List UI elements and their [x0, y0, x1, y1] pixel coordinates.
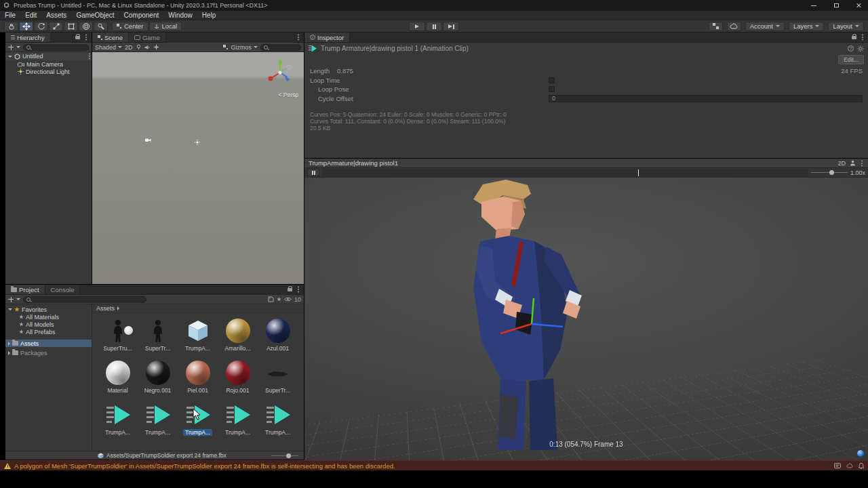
menu-gameobject[interactable]: GameObject	[71, 11, 119, 20]
loop-time-checkbox[interactable]	[549, 77, 555, 83]
gizmos-dropdown[interactable]: Gizmos	[231, 44, 258, 51]
loop-pose-checkbox[interactable]	[549, 86, 555, 92]
pivot-center-button[interactable]: Center	[112, 22, 149, 31]
favorites-root[interactable]: Favorites	[5, 306, 92, 313]
lock-icon[interactable]	[75, 36, 80, 39]
rotate-tool-button[interactable]	[34, 22, 48, 31]
asset-item[interactable]: TrumpA...	[259, 401, 296, 443]
account-dropdown[interactable]: Account	[745, 22, 785, 31]
rect-tool-button[interactable]	[64, 22, 78, 31]
menu-assets[interactable]: Assets	[41, 11, 71, 20]
asset-item[interactable]: TrumpA...	[179, 317, 216, 359]
gear-icon[interactable]	[857, 45, 864, 52]
tree-assets-folder[interactable]: Assets	[5, 340, 92, 347]
hierarchy-item-directional-light[interactable]: Directional Light	[5, 68, 92, 75]
menu-file[interactable]: File	[0, 11, 20, 20]
asset-item[interactable]: SuperTr...	[259, 359, 296, 401]
audio-toggle-icon[interactable]	[144, 45, 151, 50]
asset-item[interactable]: Negro.001	[139, 359, 176, 401]
scene-root-row[interactable]: Untitled	[5, 52, 92, 60]
tab-console[interactable]: Console	[45, 285, 81, 294]
asset-item[interactable]: Rojo.001	[219, 359, 256, 401]
play-button[interactable]	[409, 22, 425, 31]
avatar-selector-icon[interactable]	[857, 450, 864, 457]
preview-viewport[interactable]: 0:13 (054.7%) Frame 13	[304, 178, 868, 460]
saved-search-star-icon[interactable]	[277, 297, 281, 302]
project-lock-icon[interactable]	[288, 288, 292, 291]
shaded-dropdown[interactable]: Shaded	[95, 44, 122, 51]
search-by-type-icon[interactable]	[268, 296, 274, 302]
scene-2d-toggle[interactable]: 2D	[125, 44, 133, 51]
scene-light-marker[interactable]	[195, 140, 200, 145]
asset-item[interactable]: SuperTru...	[99, 317, 136, 359]
favorite-all-materials[interactable]: All Materials	[5, 313, 92, 321]
create-asset-button[interactable]	[8, 297, 14, 302]
hierarchy-search-input[interactable]	[23, 44, 89, 51]
scene-search-input[interactable]	[260, 44, 301, 51]
zoom-knob[interactable]	[286, 453, 291, 458]
scene-camera-marker[interactable]	[145, 138, 151, 142]
create-asset-caret-icon[interactable]	[16, 298, 20, 300]
asset-item[interactable]: SuperTr...	[139, 317, 176, 359]
project-menu-icon[interactable]	[298, 289, 299, 290]
playhead[interactable]	[638, 169, 639, 176]
hierarchy-item-main-camera[interactable]: Main Camera	[5, 60, 92, 68]
create-object-button[interactable]	[8, 45, 14, 50]
cloud-services-button[interactable]	[727, 22, 741, 31]
hand-tool-button[interactable]	[4, 22, 18, 31]
assets-caret-icon[interactable]	[8, 342, 10, 346]
effects-toggle-icon[interactable]	[153, 44, 159, 50]
menu-component[interactable]: Component	[119, 11, 164, 20]
favorite-all-prefabs[interactable]: All Prefabs	[5, 328, 92, 336]
project-search-input[interactable]	[23, 296, 146, 303]
thumbnail-zoom-slider[interactable]	[271, 452, 298, 459]
console-icon[interactable]	[834, 463, 841, 468]
create-caret-icon[interactable]	[16, 46, 20, 48]
tab-scene[interactable]: Scene	[92, 33, 129, 42]
transform-tool-button[interactable]	[79, 22, 93, 31]
edit-clip-button[interactable]: Edit...	[838, 55, 864, 64]
expand-caret-icon[interactable]	[8, 56, 12, 58]
status-bar[interactable]: A polygon of Mesh 'SuperTrumpSoldier' in…	[0, 460, 868, 470]
hidden-packages-eye-icon[interactable]	[284, 297, 292, 302]
asset-item[interactable]: TrumpA...	[219, 401, 256, 443]
tab-hierarchy[interactable]: Hierarchy	[5, 33, 51, 42]
preview-pause-button[interactable]	[307, 169, 319, 176]
asset-item[interactable]: Amarillo...	[219, 317, 256, 359]
grid-visibility-icon[interactable]	[223, 45, 228, 49]
cloud-status-icon[interactable]	[846, 463, 853, 468]
tab-inspector[interactable]: Inspector	[304, 33, 350, 42]
asset-item[interactable]: Material	[99, 359, 136, 401]
pause-button[interactable]	[426, 22, 442, 31]
step-button[interactable]	[443, 22, 459, 31]
custom-tool-button[interactable]	[94, 22, 108, 31]
cycle-offset-input[interactable]: 0	[549, 95, 863, 102]
preview-speed-slider[interactable]	[811, 169, 848, 177]
speed-knob[interactable]	[829, 170, 834, 175]
notification-bell-icon[interactable]	[859, 463, 864, 469]
scene-viewport[interactable]: < Persp	[92, 52, 304, 284]
tree-packages-folder[interactable]: Packages	[5, 349, 92, 357]
packages-caret-icon[interactable]	[8, 351, 10, 355]
scale-tool-button[interactable]	[49, 22, 63, 31]
preview-2d-toggle[interactable]: 2D	[837, 160, 846, 167]
breadcrumb-assets[interactable]: Assets	[96, 305, 115, 312]
layers-dropdown[interactable]: Layers	[789, 22, 825, 31]
tab-project[interactable]: Project	[5, 285, 45, 294]
asset-item[interactable]: Azul.001	[259, 317, 296, 359]
inspector-lock-icon[interactable]	[852, 36, 856, 39]
warning-message[interactable]: A polygon of Mesh 'SuperTrumpSoldier' in…	[14, 462, 395, 470]
lighting-toggle-icon[interactable]	[136, 44, 142, 50]
help-icon[interactable]: ?	[848, 45, 854, 52]
tab-game[interactable]: Game	[129, 33, 166, 42]
menu-window[interactable]: Window	[163, 11, 197, 20]
maximize-button[interactable]	[827, 0, 846, 11]
scene-orientation-gizmo[interactable]	[265, 56, 295, 86]
panel-menu-icon[interactable]	[85, 37, 87, 38]
minimize-button[interactable]	[804, 0, 823, 11]
scene-panel-menu-icon[interactable]	[298, 37, 299, 38]
menu-help[interactable]: Help	[197, 11, 221, 20]
close-button[interactable]	[849, 0, 868, 11]
favorite-all-models[interactable]: All Models	[5, 321, 92, 328]
collab-button[interactable]	[709, 22, 723, 31]
